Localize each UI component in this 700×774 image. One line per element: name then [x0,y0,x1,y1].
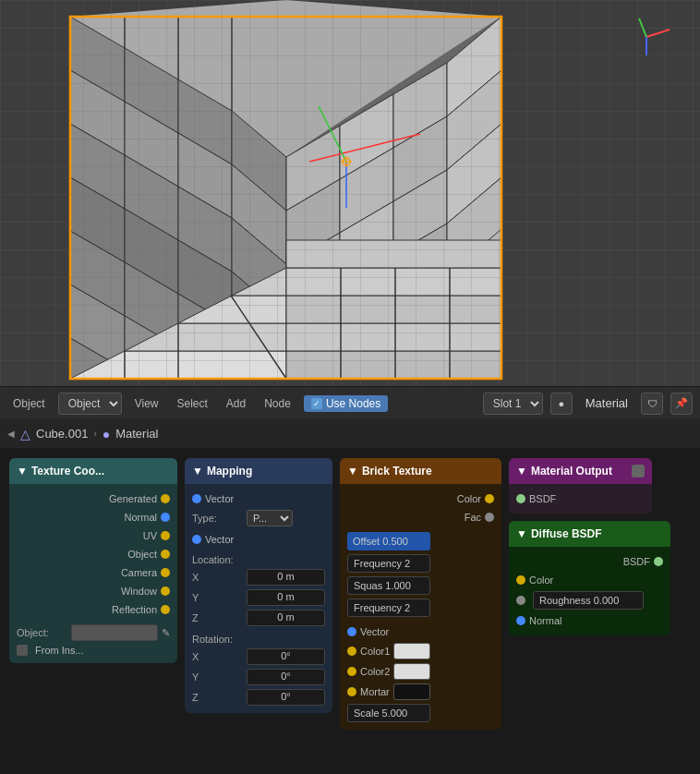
brick-color1-swatch[interactable] [393,643,430,659]
material-output-node: ▼ Material Output BSDF [509,458,652,514]
brick-collapse-icon[interactable]: ▼ [347,465,358,478]
diffuse-color-label: Color [525,574,557,586]
diffuse-normal-dot[interactable] [516,616,525,625]
mapping-vector-out-dot[interactable] [192,535,201,544]
brick-color-dot[interactable] [485,494,494,503]
rot-z-label: Z [192,692,243,703]
brick-fac-dot[interactable] [485,513,494,522]
type-row: Type: P... [192,508,325,528]
diffuse-bsdf-label: BSDF [620,556,654,567]
normal-dot[interactable] [161,513,170,522]
location-label: Location: [192,554,243,565]
diffuse-body: BSDF Color Roughness 0.000 [509,547,670,635]
brick-body: Color Fac Offset 0.500 Frequency [340,484,501,730]
toolbar-view[interactable]: View [129,395,164,412]
use-nodes-checkbox: ✓ [311,398,322,409]
pin-icon-btn[interactable]: 📌 [670,393,693,415]
mapping-collapse-icon[interactable]: ▼ [192,465,203,478]
grid-background [0,0,700,386]
type-label: Type: [192,513,243,524]
shield-icon-btn[interactable]: 🛡 [641,393,663,415]
breadcrumb-cube[interactable]: Cube.001 [36,427,88,441]
rotation-section: Rotation: X 0° Y 0° Z 0° [192,628,325,707]
toolbar-select[interactable]: Select [171,395,212,412]
mesh-icon: △ [20,427,30,441]
viewport[interactable] [0,0,700,386]
freq-bar-1[interactable]: Frequency 2 [347,554,430,573]
rot-y-row: Y 0° [192,667,325,687]
brick-color2-label: Color2 [356,666,393,677]
socket-reflection: Reflection [17,600,170,619]
camera-dot[interactable] [161,568,170,577]
window-dot[interactable] [161,587,170,596]
diffuse-color-dot[interactable] [516,575,525,585]
brick-vector-in: Vector [347,623,494,641]
squash-bar[interactable]: Squas 1.000 [347,576,430,595]
diffuse-collapse-icon[interactable]: ▼ [516,527,527,540]
bsdf-input-dot[interactable] [516,494,525,503]
right-nodes-column: ▼ Material Output BSDF ▼ Diffuse BSDF [509,458,670,635]
brick-color1-row: Color1 [347,641,494,661]
type-select[interactable]: P... [247,510,293,526]
rotation-label: Rotation: [192,634,243,645]
brick-vector-label: Vector [356,626,392,637]
mat-output-title: Material Output [531,465,612,478]
brick-vector-dot[interactable] [347,627,356,636]
diffuse-bsdf-dot[interactable] [654,557,663,566]
loc-z-label: Z [192,612,243,623]
rot-y-value[interactable]: 0° [247,669,325,685]
bsdf-input-label: BSDF [525,493,560,504]
roughness-label: Roughness [539,595,591,606]
brick-color1-dot[interactable] [347,647,356,656]
toolbar-object[interactable]: Object [7,395,51,412]
offset-value: 0.500 [382,536,408,547]
breadcrumb-separator: › [93,429,96,439]
sphere-icon-btn[interactable]: ● [550,393,573,415]
brick-mortar-swatch[interactable] [393,683,430,700]
freq-label-1: Frequency [354,558,402,569]
rot-z-value[interactable]: 0° [247,689,325,706]
loc-y-label: Y [192,592,243,603]
brick-fac-socket: Fac [347,508,494,526]
tex-coord-body: Generated Normal UV Object Camera [9,484,177,663]
toolbar-add[interactable]: Add [221,395,251,412]
eyedropper-icon[interactable]: ✎ [162,627,170,639]
object-field-label: Object: [17,627,67,638]
mat-output-collapse-icon[interactable]: ▼ [516,465,527,478]
reflection-dot[interactable] [161,605,170,614]
scale-row: Scale 5.000 [347,702,494,724]
use-nodes-label: Use Nodes [326,397,380,410]
generated-dot[interactable] [161,494,170,503]
rot-x-value[interactable]: 0° [247,648,325,665]
roughness-bar[interactable]: Roughness 0.000 [533,591,644,610]
roughness-dot[interactable] [516,596,525,605]
texture-coordinate-node: ▼ Texture Coo... Generated Normal UV Obj… [9,458,177,663]
brick-color2-dot[interactable] [347,667,356,676]
from-instance-checkbox[interactable] [17,645,28,656]
slot-dropdown[interactable]: Slot 1 [483,393,543,415]
node-editor[interactable]: ▼ Texture Coo... Generated Normal UV Obj… [0,449,700,774]
loc-y-value[interactable]: 0 m [247,589,325,606]
scale-bar[interactable]: Scale 5.000 [347,704,430,722]
squash-label: Squas [354,580,382,591]
toolbar-node[interactable]: Node [259,395,296,412]
breadcrumb-material[interactable]: Material [115,427,158,441]
object-field-value[interactable] [71,624,158,641]
mapping-vector-in-dot[interactable] [192,494,201,503]
use-nodes-button[interactable]: ✓ Use Nodes [304,395,388,412]
object-dot[interactable] [161,550,170,559]
offset-bar[interactable]: Offset 0.500 [347,532,430,550]
object-dropdown[interactable]: Object [58,393,122,415]
mapping-node: ▼ Mapping Vector Type: P... Vector [185,458,332,713]
tex-coord-collapse-icon[interactable]: ▼ [17,465,28,478]
mat-output-icon [632,465,645,478]
loc-z-value[interactable]: 0 m [247,610,325,626]
brick-color2-swatch[interactable] [393,663,430,680]
socket-object: Object [17,545,170,563]
loc-x-value[interactable]: 0 m [247,569,325,586]
rot-z-row: Z 0° [192,687,325,707]
uv-dot[interactable] [161,531,170,540]
squash-freq-bar[interactable]: Frequency 2 [347,599,430,617]
loc-x-label: X [192,572,243,583]
brick-mortar-dot[interactable] [347,687,356,696]
